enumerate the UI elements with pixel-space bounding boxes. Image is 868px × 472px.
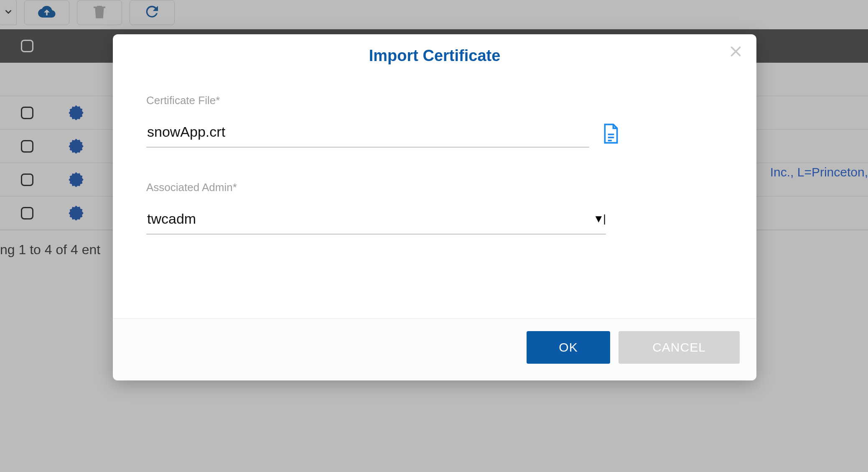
modal-title: Import Certificate xyxy=(130,47,740,65)
close-icon xyxy=(728,43,744,59)
cancel-button[interactable]: CANCEL xyxy=(619,331,740,364)
file-picker-button[interactable] xyxy=(602,123,620,145)
import-certificate-modal: Import Certificate Certificate File* xyxy=(113,34,756,380)
certificate-file-input[interactable] xyxy=(146,120,589,148)
ok-button[interactable]: OK xyxy=(527,331,610,364)
document-icon xyxy=(602,123,620,144)
modal-header: Import Certificate xyxy=(113,34,756,69)
certificate-file-group: Certificate File* xyxy=(146,94,723,148)
modal-body: Certificate File* Associated Admin* twca xyxy=(113,69,756,318)
certificate-file-label: Certificate File* xyxy=(146,94,723,107)
modal-footer: OK CANCEL xyxy=(113,318,756,380)
associated-admin-select[interactable]: twcadm ▼| xyxy=(146,207,606,235)
associated-admin-group: Associated Admin* twcadm ▼| xyxy=(146,181,723,235)
caret-down-icon: ▼| xyxy=(593,212,606,225)
close-button[interactable] xyxy=(728,43,744,59)
select-value: twcadm xyxy=(147,211,196,227)
associated-admin-label: Associated Admin* xyxy=(146,181,723,194)
